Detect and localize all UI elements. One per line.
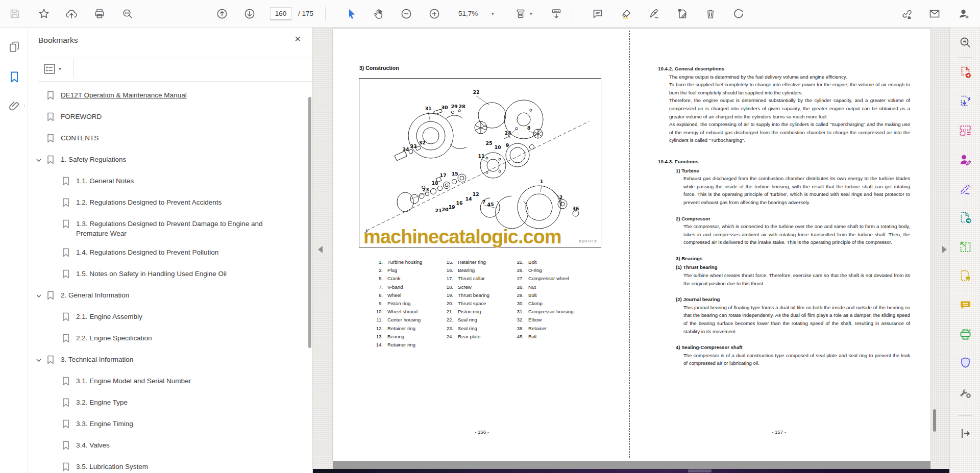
fit-width-icon[interactable]	[514, 8, 527, 20]
horizontal-scroll-thumb[interactable]	[688, 469, 712, 472]
page-thumbnails-icon[interactable]	[8, 40, 21, 54]
bookmark-label[interactable]: 2.2. Engine Specification	[76, 333, 152, 343]
next-page-icon[interactable]	[243, 8, 256, 20]
hand-tool-icon[interactable]	[373, 8, 385, 20]
edit-page-icon[interactable]	[676, 8, 689, 20]
page-number-input[interactable]	[270, 7, 291, 20]
parts-list-row: 10.Wheel shroud	[373, 308, 442, 316]
select-tool-icon[interactable]	[346, 8, 358, 20]
highlight-icon[interactable]	[620, 8, 632, 20]
print-production-icon[interactable]	[959, 328, 972, 341]
bookmark-item[interactable]: 1.2. Regulations Designed to Prevent Acc…	[28, 193, 306, 214]
bookmark-item[interactable]: 3.5. Lubrication System	[28, 457, 306, 473]
chevron-down-icon[interactable]	[36, 112, 47, 123]
search-icon[interactable]	[121, 8, 134, 20]
bookmark-item[interactable]: 1.3. Regulations Designed to Prevent Dam…	[28, 214, 306, 243]
close-icon[interactable]: ✕	[295, 34, 301, 44]
redo-icon[interactable]	[732, 8, 745, 20]
previous-page-icon[interactable]	[216, 8, 228, 20]
bookmark-item[interactable]: 2.1. Engine Assembly	[28, 307, 306, 329]
manual-heading: 2) Compressor	[676, 215, 910, 223]
attachments-icon[interactable]	[8, 99, 21, 113]
save-icon[interactable]	[9, 8, 21, 20]
bookmark-item[interactable]: CONTENTS	[28, 129, 306, 150]
bookmark-item[interactable]: 2.2. Engine Specification	[28, 329, 306, 350]
share-link-icon[interactable]	[900, 8, 913, 20]
bookmark-label[interactable]: FOREWORD	[61, 112, 102, 121]
bookmark-item[interactable]: 3. Technical Information	[28, 350, 306, 371]
bookmark-label[interactable]: 1.2. Regulations Designed to Prevent Acc…	[76, 197, 222, 207]
scroll-mode-icon[interactable]	[550, 8, 562, 20]
star-icon[interactable]	[38, 8, 50, 20]
organize-pages-icon[interactable]	[959, 123, 972, 137]
bookmark-icon	[62, 377, 69, 388]
chevron-down-icon[interactable]	[36, 90, 47, 102]
bookmark-label[interactable]: 1.4. Regulations Designed to Prevent Pol…	[76, 247, 218, 257]
email-icon[interactable]	[928, 8, 941, 20]
parts-list-row: 16.Bearing	[443, 266, 512, 275]
bookmark-label[interactable]: 3.2. Engine Type	[76, 397, 128, 407]
send-for-review-icon[interactable]	[959, 211, 972, 225]
share-upload-icon[interactable]	[65, 8, 78, 20]
export-pdf-icon[interactable]	[959, 94, 972, 108]
bookmark-label[interactable]: 3. Technical Information	[61, 355, 133, 364]
document-view[interactable]: 3) Construction	[313, 28, 949, 473]
bookmark-label[interactable]: 2.1. Engine Assembly	[76, 312, 142, 321]
bookmarks-scrollbar[interactable]	[308, 97, 311, 348]
zoom-level-value[interactable]: 51,7%	[458, 0, 478, 28]
bookmark-label[interactable]: 3.4. Valves	[76, 440, 110, 450]
bookmark-label[interactable]: 1.1. General Notes	[76, 176, 134, 186]
request-signatures-icon[interactable]	[959, 153, 972, 166]
chevron-down-icon[interactable]	[36, 355, 47, 366]
zoom-out-icon[interactable]	[400, 8, 412, 20]
bookmark-item[interactable]: 3.1. Engine Model and Serial Number	[28, 371, 306, 393]
bookmark-item[interactable]: 1.4. Regulations Designed to Prevent Pol…	[28, 243, 306, 264]
bookmark-label[interactable]: CONTENTS	[61, 133, 99, 143]
chevron-down-icon[interactable]	[36, 155, 47, 166]
bookmark-label[interactable]: 3.5. Lubrication System	[76, 462, 148, 471]
fill-and-sign-icon[interactable]	[959, 182, 972, 195]
print-icon[interactable]	[93, 8, 106, 20]
expand-panel-icon[interactable]	[959, 427, 972, 440]
diagram-part-number: 17	[439, 172, 446, 178]
bookmark-item[interactable]: 3.2. Engine Type	[28, 393, 306, 414]
chevron-down-icon[interactable]	[36, 133, 47, 144]
fit-width-caret[interactable]: ▾	[530, 0, 532, 28]
bookmark-item[interactable]: 2. General Information	[28, 286, 306, 307]
add-comment-icon[interactable]	[959, 298, 972, 312]
protect-icon[interactable]	[959, 356, 972, 370]
comment-icon[interactable]	[592, 8, 604, 20]
bookmark-label[interactable]: DE12T Operation & Maintenance Manual	[61, 90, 187, 100]
bookmarks-panel-icon[interactable]	[8, 70, 21, 84]
bookmark-label[interactable]: 1. Safety Regulations	[61, 155, 126, 164]
chevron-down-icon[interactable]	[36, 290, 47, 302]
zoom-in-icon[interactable]	[428, 8, 440, 20]
bookmark-label[interactable]: 3.1. Engine Model and Serial Number	[76, 376, 191, 386]
bookmark-item[interactable]: 3.3. Engine Timing	[28, 414, 306, 436]
signature-pen-icon[interactable]	[648, 8, 660, 20]
bookmark-options-button[interactable]: ▾	[43, 62, 67, 76]
bookmark-item[interactable]: 1.1. General Notes	[28, 171, 306, 193]
bookmark-label[interactable]: 2. General Information	[61, 290, 129, 300]
bookmark-icon	[62, 177, 69, 188]
create-pdf-icon[interactable]	[959, 65, 972, 79]
collapse-left-panel-arrow[interactable]	[318, 246, 323, 253]
bookmark-item[interactable]: FOREWORD	[28, 107, 306, 129]
collapse-right-panel-arrow[interactable]	[942, 246, 947, 253]
bookmark-label[interactable]: 1.3. Regulations Designed to Prevent Dam…	[76, 219, 290, 238]
bookmark-item[interactable]: 1. Safety Regulations	[28, 150, 306, 171]
add-account-icon[interactable]	[958, 8, 970, 20]
delete-icon[interactable]	[704, 8, 717, 20]
bookmark-label[interactable]: 1.5. Notes on Safety in Handling Used En…	[76, 269, 227, 279]
vertical-scrollbar-thumb[interactable]	[933, 409, 936, 432]
diagram-part-number: 29	[451, 104, 457, 109]
search-document-icon[interactable]	[959, 36, 972, 49]
bookmark-item[interactable]: DE12T Operation & Maintenance Manual	[28, 86, 306, 107]
more-tools-icon[interactable]	[959, 386, 972, 400]
bookmark-label[interactable]: 3.3. Engine Timing	[76, 419, 133, 429]
crop-pages-icon[interactable]	[959, 240, 972, 254]
bookmark-item[interactable]: 1.5. Notes on Safety in Handling Used En…	[28, 264, 306, 286]
comments-document-icon[interactable]	[959, 269, 972, 283]
bookmark-item[interactable]: 3.4. Valves	[28, 436, 306, 457]
zoom-dropdown-caret[interactable]: ▾	[492, 0, 494, 28]
